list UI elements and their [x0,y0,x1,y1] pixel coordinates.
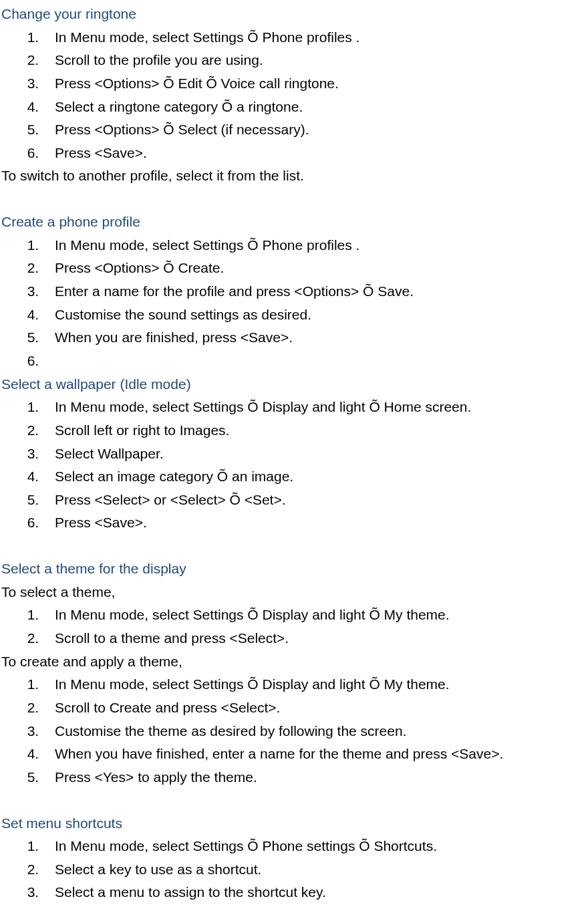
ordered-list: In Menu mode, select Settings Õ Phone pr… [1,234,587,373]
list-item: Scroll to a theme and press <Select>. [43,627,587,650]
list-item: Press <Save>. [43,142,587,165]
ordered-list: In Menu mode, select Settings Õ Display … [1,673,587,789]
list-item: Press <Options> Õ Edit Õ Voice call ring… [43,72,587,96]
list-item: Select an image category Õ an image. [43,465,587,489]
heading: Select a wallpaper (Idle mode) [1,373,587,396]
ordered-list: In Menu mode, select Settings Õ Display … [1,604,587,650]
list-item: Select a ringtone category Õ a ringtone. [43,96,587,119]
section-menu-shortcuts: Set menu shortcuts In Menu mode, select … [1,812,587,905]
list-item: Press <Select> or <Select> Õ <Set>. [43,489,587,512]
list-item: Select a menu to assign to the shortcut … [43,881,587,904]
list-item: Select a key to use as a shortcut. [43,858,587,882]
heading: Create a phone profile [1,211,587,234]
list-item: When you are finished, press <Save>. [43,326,587,350]
list-item: Press <Yes> to apply the theme. [43,766,587,789]
list-item: Customise the theme as desired by follow… [43,720,587,743]
paragraph: To create and apply a theme, [1,650,587,674]
section-create-profile: Create a phone profile In Menu mode, sel… [1,211,587,372]
ordered-list: In Menu mode, select Settings Õ Display … [1,396,587,535]
list-item: In Menu mode, select Settings Õ Display … [43,396,587,419]
heading: Set menu shortcuts [1,812,587,835]
list-item: Press <Save>. [43,511,587,535]
list-item: Press <Options> Õ Create. [43,257,587,280]
list-item: Scroll to the profile you are using. [43,49,587,72]
list-item: Scroll left or right to Images. [43,419,587,442]
list-item: In Menu mode, select Settings Õ Phone se… [43,835,587,858]
heading: Change your ringtone [1,3,587,26]
list-item: Enter a name for the profile and press <… [43,280,587,303]
heading: Select a theme for the display [1,557,587,581]
list-item [43,350,587,373]
list-item: Select Wallpaper. [43,442,587,466]
ordered-list: In Menu mode, select Settings Õ Phone pr… [1,26,587,165]
list-item: When you have finished, enter a name for… [43,743,587,766]
section-select-wallpaper: Select a wallpaper (Idle mode) In Menu m… [1,373,587,535]
list-item: Customise the sound settings as desired. [43,303,587,327]
list-item: In Menu mode, select Settings Õ Display … [43,604,587,627]
list-item: Scroll to Create and press <Select>. [43,696,587,720]
list-item: In Menu mode, select Settings Õ Phone pr… [43,26,587,49]
paragraph: To select a theme, [1,581,587,604]
list-item: Press <Options> Õ Select (if necessary). [43,118,587,142]
list-item: In Menu mode, select Settings Õ Phone pr… [43,234,587,257]
list-item: In Menu mode, select Settings Õ Display … [43,673,587,696]
section-change-ringtone: Change your ringtone In Menu mode, selec… [1,3,587,188]
paragraph: To switch to another profile, select it … [1,164,587,188]
ordered-list: In Menu mode, select Settings Õ Phone se… [1,835,587,904]
section-select-theme: Select a theme for the display To select… [1,557,587,789]
